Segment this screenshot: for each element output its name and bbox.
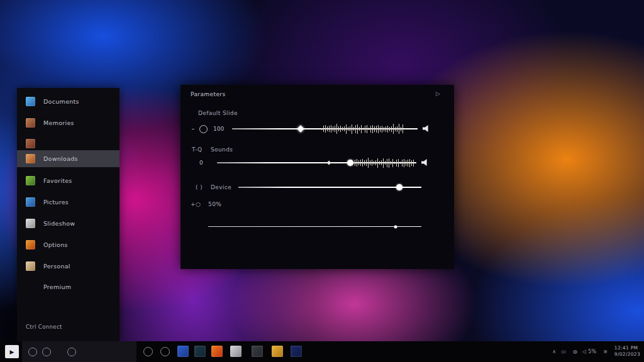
device-slider[interactable] (238, 187, 421, 188)
slider-notch (326, 160, 331, 165)
settings-panel: Parameters ▷ Default Slide 100 T-Q Sound… (180, 85, 454, 269)
cortana-icon[interactable] (42, 348, 51, 356)
sidebar-item[interactable]: Downloads (17, 150, 119, 167)
sidebar-item[interactable]: Favorites (17, 172, 119, 189)
balance-handle[interactable] (394, 225, 397, 228)
taskbar: ▶ 12:41 PM 9/02/2023 ∧▭◍◁5%≋ (0, 341, 644, 362)
start-button[interactable]: ▶ (5, 345, 19, 358)
percent-indicator[interactable]: 5% (588, 349, 596, 354)
options-icon (26, 240, 35, 250)
sounds-label: Sounds (211, 146, 233, 153)
slider-row-sounds: 0 (180, 158, 454, 168)
sidebar-item[interactable] (17, 135, 119, 152)
cloud-ring-icon[interactable] (160, 347, 170, 356)
sidebar-item[interactable]: Options (17, 236, 119, 253)
store-icon[interactable] (177, 346, 189, 357)
sidebar-item[interactable]: Documents (17, 93, 119, 110)
slider-row-device: ( ) Device (180, 182, 454, 192)
master-volume-value: 100 (213, 126, 224, 132)
screen: DocumentsMemoriesDownloadsFavoritesPictu… (0, 0, 644, 362)
slider-row-balance (180, 222, 454, 232)
network-icon[interactable]: ◍ (573, 349, 577, 354)
up-arrow-icon[interactable]: ∧ (552, 349, 556, 354)
photos-app-icon[interactable] (194, 346, 206, 357)
master-volume-slider[interactable] (232, 128, 418, 129)
pictures-icon (26, 197, 35, 207)
edge-app-icon[interactable] (291, 346, 302, 357)
mute-toggle-icon[interactable] (199, 125, 208, 133)
sounds-value: 0 (199, 160, 203, 166)
device-label: Device (211, 184, 231, 190)
speaker-icon[interactable] (421, 159, 429, 166)
panel-subtitle: Default Slide (198, 110, 238, 116)
sidebar-item-label: Options (43, 241, 68, 248)
memories-icon (26, 118, 35, 128)
battery-icon[interactable]: ▭ (561, 349, 566, 354)
documents-icon (26, 97, 35, 106)
panel-title: Parameters (191, 91, 226, 97)
sidebar-item-label: Documents (43, 98, 79, 105)
files-app-icon[interactable] (272, 346, 283, 357)
clock-time: 12:41 PM (614, 345, 640, 351)
sidebar-item-label: Memories (43, 119, 74, 126)
wifi-icon[interactable]: ≋ (603, 349, 608, 354)
personal-icon (26, 261, 35, 271)
sidebar-item[interactable]: Slideshow (17, 215, 119, 232)
camera-app-icon[interactable] (230, 346, 242, 357)
tick-mark (192, 129, 194, 129)
downloads-icon (26, 154, 35, 163)
slider-row-master: 100 (180, 124, 454, 134)
sidebar-item-label: Favorites (43, 177, 72, 184)
sidebar-item-label: Premium (43, 283, 71, 290)
taskbar-strip (22, 341, 136, 362)
sidebar-item[interactable]: Memories (17, 114, 119, 131)
taskbar-clock[interactable]: 12:41 PM 9/02/2023 (614, 345, 640, 358)
waveform-decoration (353, 158, 414, 168)
slideshow-icon (26, 219, 35, 228)
balance-icon: +○ (191, 201, 201, 207)
sidebar-item-label: Downloads (43, 155, 78, 162)
launch-icon[interactable]: ▷ (436, 90, 440, 97)
balance-slider[interactable] (208, 226, 421, 227)
task-view-icon[interactable] (67, 348, 76, 356)
clock-date: 9/02/2023 (614, 351, 640, 358)
volume-tray-icon[interactable]: ◁ (582, 349, 586, 354)
device-handle[interactable] (396, 184, 402, 190)
device-icon: ( ) (196, 184, 203, 190)
pictures-app-icon[interactable] (211, 346, 223, 357)
sidebar-item[interactable]: Premium (17, 278, 119, 295)
sidebar-item[interactable]: Personal (17, 258, 119, 275)
sidebar-item-label: Slideshow (43, 220, 75, 227)
sidebar-item-label: Personal (43, 263, 70, 270)
waveform-decoration (321, 124, 416, 134)
search-icon[interactable] (28, 348, 37, 356)
balance-label: 50% (208, 201, 221, 207)
master-volume-handle[interactable] (297, 125, 304, 132)
sounds-slider[interactable] (217, 162, 416, 163)
clock-app-icon[interactable] (252, 346, 263, 357)
browser-ring-icon[interactable] (143, 347, 153, 356)
sidebar-menu: DocumentsMemoriesDownloadsFavoritesPictu… (17, 88, 119, 341)
sidebar-item-label: Pictures (43, 199, 69, 206)
favorites-icon (26, 176, 35, 185)
photos-icon (26, 139, 35, 148)
sidebar-footer[interactable]: Ctrl Connect (26, 324, 62, 330)
sidebar-item[interactable]: Pictures (17, 194, 119, 211)
speaker-icon[interactable] (423, 125, 430, 132)
sounds-prefix: T-Q (192, 146, 203, 153)
